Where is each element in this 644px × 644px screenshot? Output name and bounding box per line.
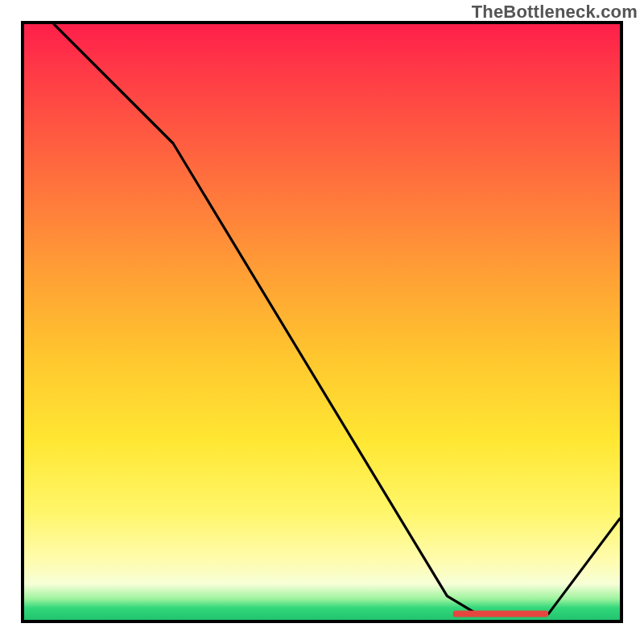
chart-frame: TheBottleneck.com: [0, 0, 644, 644]
plot-area: [21, 21, 623, 623]
chart-svg: [24, 24, 620, 620]
line-series-curve: [54, 24, 620, 614]
watermark-text: TheBottleneck.com: [472, 2, 638, 23]
optimum-marker: [453, 611, 548, 617]
